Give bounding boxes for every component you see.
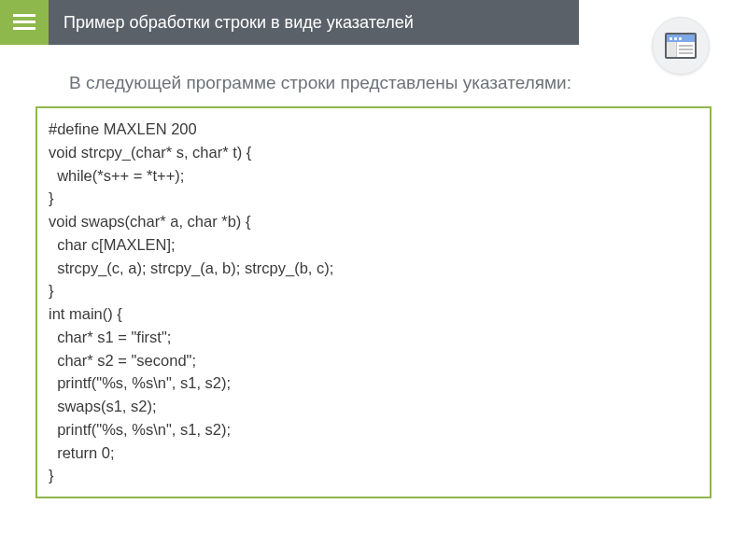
menu-button[interactable] [0, 0, 49, 45]
code-line: int main() { [49, 302, 698, 326]
code-line: char* s1 = "first"; [49, 326, 698, 349]
code-line: printf("%s, %s\n", s1, s2); [49, 371, 698, 395]
code-line: } [49, 187, 698, 210]
slide-header: Пример обработки строки в виде указателе… [0, 0, 579, 45]
svg-rect-1 [13, 21, 35, 23]
slide-title: Пример обработки строки в виде указателе… [63, 13, 414, 33]
code-line: char c[MAXLEN]; [49, 233, 698, 257]
title-bar: Пример обработки строки в виде указателе… [49, 0, 579, 45]
code-line: printf("%s, %s\n", s1, s2); [49, 418, 698, 441]
svg-rect-0 [13, 14, 35, 17]
app-window-icon [665, 33, 697, 59]
code-line: void swaps(char* a, char *b) { [49, 210, 698, 233]
code-line: char* s2 = "second"; [49, 349, 698, 372]
slide-subtitle: В следующей программе строки представлен… [0, 45, 747, 106]
code-line: while(*s++ = *t++); [49, 164, 698, 188]
code-line: strcpy_(c, a); strcpy_(a, b); strcpy_(b,… [49, 257, 698, 280]
hamburger-icon [13, 14, 35, 31]
code-line: #define MAXLEN 200 [49, 118, 698, 141]
code-line: swaps(s1, s2); [49, 395, 698, 418]
code-line: void strcpy_(char* s, char* t) { [49, 141, 698, 164]
code-line: } [49, 464, 698, 487]
svg-rect-2 [13, 27, 35, 30]
slide-badge [652, 17, 710, 75]
code-line: return 0; [49, 441, 698, 465]
code-line: } [49, 279, 698, 302]
code-block: #define MAXLEN 200 void strcpy_(char* s,… [35, 106, 712, 498]
